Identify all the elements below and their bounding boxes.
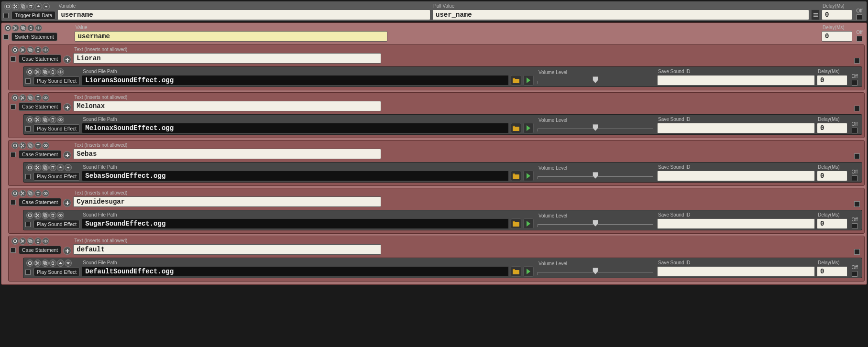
delete-icon[interactable] — [49, 212, 56, 219]
move-down-icon[interactable] — [65, 260, 72, 267]
delay-input[interactable]: 0 — [817, 171, 847, 181]
variable-input[interactable]: username — [57, 10, 430, 20]
value-input[interactable]: username — [75, 31, 387, 42]
collapse-icon[interactable] — [4, 3, 11, 10]
enable-checkbox[interactable] — [11, 248, 16, 253]
cut-icon[interactable] — [19, 142, 26, 149]
copy-icon[interactable] — [42, 116, 49, 123]
volume-slider[interactable] — [538, 219, 653, 229]
volume-slider[interactable] — [538, 124, 653, 133]
copy-icon[interactable] — [20, 24, 27, 32]
collapse-icon[interactable] — [26, 212, 33, 219]
sound-path-input[interactable]: SugarSoundEffect.ogg — [82, 218, 509, 229]
delete-icon[interactable] — [27, 3, 34, 10]
move-up-icon[interactable] — [57, 164, 64, 171]
copy-icon[interactable] — [27, 238, 34, 245]
collapse-icon[interactable] — [26, 68, 33, 76]
add-button[interactable] — [63, 103, 71, 111]
browse-button[interactable] — [511, 218, 521, 229]
add-button[interactable] — [63, 55, 71, 64]
visibility-icon[interactable] — [42, 46, 49, 54]
visibility-icon[interactable] — [57, 68, 64, 76]
delay-input[interactable]: 0 — [817, 123, 847, 133]
cut-icon[interactable] — [34, 212, 41, 219]
off-checkbox[interactable] — [854, 201, 860, 207]
delay-input[interactable]: 0 — [817, 266, 847, 277]
delete-icon[interactable] — [34, 94, 42, 101]
delete-icon[interactable] — [49, 116, 56, 123]
visibility-icon[interactable] — [42, 94, 49, 101]
copy-icon[interactable] — [20, 3, 27, 10]
pull-value-input[interactable]: user_name — [432, 10, 809, 20]
enable-checkbox[interactable] — [25, 270, 31, 275]
off-checkbox[interactable] — [852, 80, 857, 86]
case-text-input[interactable]: default — [73, 244, 381, 255]
delete-icon[interactable] — [27, 24, 34, 32]
case-text-input[interactable]: Sebas — [73, 149, 381, 159]
copy-icon[interactable] — [42, 164, 49, 171]
enable-checkbox[interactable] — [3, 34, 9, 40]
delay-input[interactable]: 0 — [817, 218, 847, 229]
volume-slider[interactable] — [538, 267, 653, 277]
visibility-icon[interactable] — [57, 212, 64, 219]
browse-button[interactable] — [511, 123, 521, 133]
case-text-input[interactable]: Cyanidesugar — [73, 196, 381, 207]
copy-icon[interactable] — [27, 94, 34, 101]
enable-checkbox[interactable] — [25, 174, 31, 179]
move-up-icon[interactable] — [35, 3, 42, 10]
off-checkbox[interactable] — [852, 271, 857, 277]
cut-icon[interactable] — [19, 238, 26, 245]
enable-checkbox[interactable] — [3, 13, 9, 18]
delete-icon[interactable] — [49, 68, 56, 76]
save-sound-id-input[interactable] — [657, 218, 815, 229]
delay-input[interactable]: 0 — [822, 10, 852, 20]
cut-icon[interactable] — [34, 68, 41, 76]
enable-checkbox[interactable] — [11, 56, 16, 62]
cut-icon[interactable] — [12, 3, 19, 10]
visibility-icon[interactable] — [57, 116, 64, 123]
collapse-icon[interactable] — [11, 190, 19, 197]
delete-icon[interactable] — [49, 164, 56, 171]
volume-slider[interactable] — [538, 76, 653, 86]
sound-path-input[interactable]: LioransSoundEffect.ogg — [82, 75, 509, 86]
off-checkbox[interactable] — [854, 58, 860, 64]
off-checkbox[interactable] — [854, 106, 860, 111]
off-checkbox[interactable] — [857, 36, 862, 42]
visibility-icon[interactable] — [42, 142, 49, 149]
enable-checkbox[interactable] — [11, 152, 16, 157]
add-button[interactable] — [63, 151, 71, 159]
off-checkbox[interactable] — [854, 249, 860, 255]
off-checkbox[interactable] — [852, 128, 857, 133]
off-checkbox[interactable] — [854, 153, 860, 159]
sound-path-input[interactable]: MelonaxSoundEffect.ogg — [82, 123, 509, 133]
cut-icon[interactable] — [34, 164, 41, 171]
delete-icon[interactable] — [34, 46, 42, 54]
collapse-icon[interactable] — [4, 24, 11, 32]
visibility-icon[interactable] — [35, 24, 42, 32]
visibility-icon[interactable] — [42, 238, 49, 245]
sound-path-input[interactable]: DefaultSoundEffect.ogg — [82, 266, 509, 277]
enable-checkbox[interactable] — [11, 104, 16, 109]
copy-icon[interactable] — [27, 190, 34, 197]
play-button[interactable] — [523, 218, 534, 229]
off-checkbox[interactable] — [852, 223, 857, 229]
enable-checkbox[interactable] — [11, 200, 16, 205]
off-checkbox[interactable] — [857, 14, 862, 20]
delete-icon[interactable] — [34, 190, 42, 197]
copy-icon[interactable] — [27, 46, 34, 54]
save-sound-id-input[interactable] — [657, 123, 815, 133]
cut-icon[interactable] — [34, 116, 41, 123]
cut-icon[interactable] — [34, 260, 41, 267]
copy-icon[interactable] — [42, 260, 49, 267]
delay-input[interactable]: 0 — [822, 31, 852, 42]
move-down-icon[interactable] — [43, 3, 50, 10]
enable-checkbox[interactable] — [25, 78, 31, 84]
browse-button[interactable] — [511, 266, 521, 277]
collapse-icon[interactable] — [26, 164, 33, 171]
collapse-icon[interactable] — [11, 46, 19, 54]
cut-icon[interactable] — [19, 46, 26, 54]
collapse-icon[interactable] — [11, 142, 19, 149]
copy-icon[interactable] — [42, 68, 49, 76]
sound-path-input[interactable]: SebasSoundEffect.ogg — [82, 171, 509, 181]
off-checkbox[interactable] — [852, 175, 857, 181]
